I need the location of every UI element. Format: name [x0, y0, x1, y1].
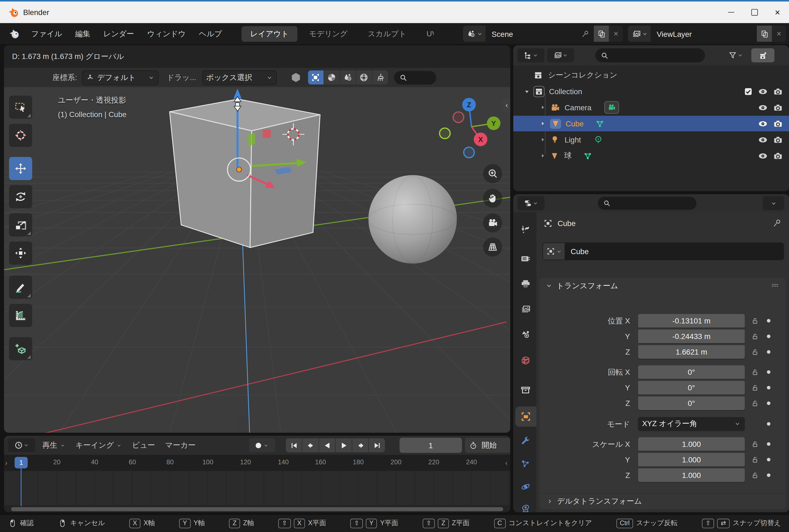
camera-view-button[interactable]: [483, 213, 502, 232]
location-y-field[interactable]: -0.24433 m: [638, 329, 745, 343]
tool-measure[interactable]: [9, 304, 32, 327]
expand-caret-icon[interactable]: [540, 104, 546, 111]
object-id-icon-button[interactable]: [543, 243, 565, 260]
tab-modifiers[interactable]: [514, 431, 537, 451]
playhead[interactable]: 1: [15, 457, 27, 469]
animate-dot[interactable]: [767, 469, 774, 482]
lock-icon[interactable]: [751, 345, 760, 359]
hide-eye-icon[interactable]: [758, 118, 768, 129]
current-frame-field[interactable]: 1: [400, 438, 462, 453]
outliner-filter-display-dropdown[interactable]: [547, 48, 575, 62]
rendered-shading-button[interactable]: [356, 71, 372, 84]
object-name-input[interactable]: Cube: [565, 243, 784, 260]
hide-eye-icon[interactable]: [758, 86, 768, 96]
previous-keyframe-button[interactable]: [302, 438, 319, 452]
pin-icon[interactable]: [772, 218, 782, 228]
render-visibility-icon[interactable]: [773, 102, 783, 112]
outliner-search-input[interactable]: [596, 48, 705, 62]
menu-window[interactable]: ウィンドウ: [140, 23, 192, 44]
tab-tool[interactable]: [514, 220, 537, 240]
sphere-row[interactable]: 球: [513, 148, 789, 164]
tab-scene[interactable]: [514, 324, 537, 344]
scene-unlink-button[interactable]: [609, 26, 623, 42]
properties-editor-type-dropdown[interactable]: [518, 196, 545, 210]
expand-caret-icon[interactable]: [540, 152, 546, 159]
sidebar-collapse-button[interactable]: ‹: [502, 98, 510, 112]
transform-panel-header[interactable]: トランスフォーム: [540, 278, 786, 294]
animate-dot[interactable]: [767, 437, 774, 451]
axis-ball-z-neg[interactable]: [464, 147, 474, 158]
select-tool-dropdown[interactable]: ボックス選択: [202, 70, 277, 84]
camera-row[interactable]: Camera: [513, 100, 789, 115]
view-layer-copy-button[interactable]: [757, 26, 772, 42]
rotation-y-field[interactable]: 0°: [638, 381, 745, 395]
exclude-checkbox[interactable]: [744, 87, 753, 96]
lock-icon[interactable]: [751, 329, 760, 343]
display-mode-dropdown[interactable]: [518, 48, 545, 62]
render-visibility-icon[interactable]: [773, 118, 783, 129]
tab-view-layer[interactable]: [514, 299, 537, 319]
render-visibility-icon[interactable]: [773, 86, 783, 96]
hide-eye-icon[interactable]: [758, 102, 768, 112]
tool-rotate[interactable]: [9, 185, 32, 208]
view-layer-selector[interactable]: ViewLayer: [628, 26, 786, 42]
filter-dropdown[interactable]: [722, 48, 749, 62]
timeline-editor-type-dropdown[interactable]: [8, 438, 35, 452]
gizmo-plane-xz[interactable]: [263, 130, 270, 138]
properties-search-input[interactable]: [598, 197, 696, 210]
play-button[interactable]: [336, 438, 352, 452]
menu-playback[interactable]: 再生: [42, 440, 65, 450]
camera-data-badge[interactable]: [604, 101, 619, 114]
auto-keying-button[interactable]: [249, 438, 275, 452]
collection-row[interactable]: Collection: [513, 83, 789, 99]
expand-caret-icon[interactable]: [540, 136, 546, 143]
blender-menu-icon[interactable]: [8, 27, 20, 40]
minimize-button[interactable]: [720, 4, 743, 21]
axis-gizmo[interactable]: Z Y X: [439, 98, 501, 158]
scale-z-field[interactable]: 1.000: [638, 469, 745, 482]
tab-render[interactable]: [514, 249, 537, 269]
timeline-track-area[interactable]: [4, 471, 510, 505]
tab-physics[interactable]: [514, 477, 537, 497]
orthographic-toggle-button[interactable]: [483, 238, 502, 256]
tool-cursor[interactable]: [9, 124, 32, 147]
lock-icon[interactable]: [751, 365, 760, 379]
maximize-button[interactable]: [743, 4, 766, 21]
collapse-caret-icon[interactable]: [523, 88, 530, 95]
next-keyframe-button[interactable]: [352, 438, 368, 452]
orientation-dropdown[interactable]: デフォルト: [82, 70, 158, 84]
workspace-tab-uv-clipped[interactable]: UV編集: [418, 26, 434, 41]
lock-icon[interactable]: [751, 381, 760, 395]
animate-dot[interactable]: [767, 314, 774, 327]
scene-browse-button[interactable]: [463, 26, 486, 42]
lock-icon[interactable]: [751, 396, 760, 410]
panel-corner-arrow-right[interactable]: ‹: [505, 459, 508, 467]
animate-dot[interactable]: [767, 345, 774, 359]
animate-dot[interactable]: [767, 365, 774, 379]
grip-icon[interactable]: [770, 281, 780, 291]
light-row[interactable]: Light: [513, 132, 789, 147]
close-button[interactable]: ✕: [766, 4, 789, 21]
timeline-scrollbar[interactable]: [11, 507, 503, 511]
drag-label[interactable]: ドラッ...: [167, 73, 196, 82]
tab-world[interactable]: [514, 350, 537, 370]
view-layer-remove-button[interactable]: [772, 26, 786, 42]
menu-view[interactable]: ビュー: [132, 440, 155, 450]
workspace-tab-layout[interactable]: レイアウト: [242, 26, 297, 41]
scene-collection-row[interactable]: シーンコレクション: [513, 68, 789, 83]
rotation-x-field[interactable]: 0°: [638, 365, 745, 379]
object-name-field[interactable]: Cube: [543, 242, 784, 260]
view-layer-browse-button[interactable]: [628, 26, 651, 42]
rotation-mode-dropdown[interactable]: XYZ オイラー角: [638, 417, 745, 431]
overlay-toggle-button[interactable]: [372, 71, 388, 84]
sphere-object[interactable]: [368, 175, 457, 263]
tool-add-cube[interactable]: [9, 337, 32, 360]
tool-transform[interactable]: [9, 242, 32, 265]
tab-constraints[interactable]: [514, 498, 537, 512]
frame-start-field[interactable]: 開始: [465, 438, 510, 453]
panel-corner-arrow-left[interactable]: ›: [5, 459, 7, 467]
scene-name[interactable]: Scene: [486, 26, 594, 42]
material-preview-button[interactable]: [340, 71, 356, 84]
menu-file[interactable]: ファイル: [24, 23, 69, 44]
scene-selector[interactable]: Scene: [463, 26, 623, 42]
